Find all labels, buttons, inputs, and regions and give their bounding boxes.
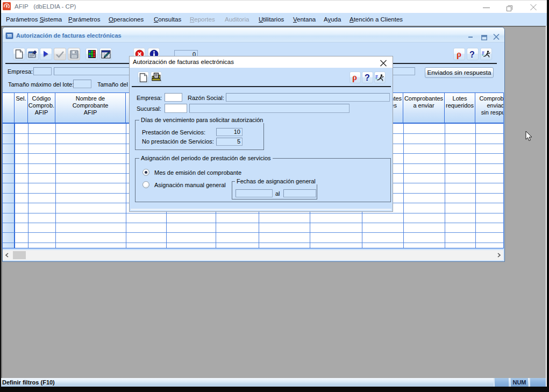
svg-text:ρ: ρ (352, 73, 357, 82)
svg-text:ρ: ρ (457, 49, 461, 59)
svg-text:?: ? (469, 50, 475, 59)
svg-text:?: ? (365, 73, 370, 82)
